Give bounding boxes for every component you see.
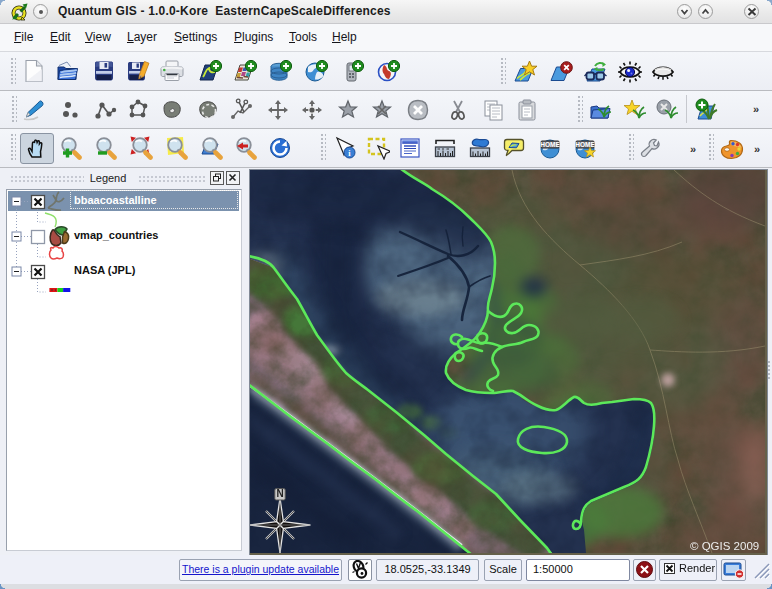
svg-text:HOME: HOME	[540, 141, 560, 148]
svg-text:HOME: HOME	[575, 141, 595, 148]
svg-text:© QGIS 2009: © QGIS 2009	[690, 540, 759, 552]
svg-text:N: N	[276, 488, 283, 499]
